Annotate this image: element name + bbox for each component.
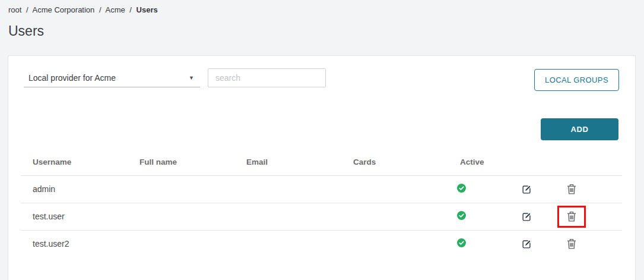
cell-email: [234, 230, 341, 257]
cell-delete-action: [552, 175, 591, 203]
trash-icon: [567, 215, 576, 224]
cell-spacer: [591, 175, 622, 203]
edit-icon: [521, 215, 532, 224]
caret-down-icon: ▼: [189, 75, 194, 81]
cell-edit-action: [502, 175, 552, 203]
column-header-full-name: Full name: [128, 149, 234, 175]
breadcrumb-current-users: Users: [137, 5, 158, 14]
active-check-icon: [457, 238, 466, 247]
table-row: admin: [21, 175, 622, 203]
edit-user-button[interactable]: [520, 210, 534, 224]
trash-icon: [567, 187, 576, 196]
active-check-icon: [457, 211, 466, 220]
column-header-email: Email: [234, 149, 341, 175]
page-title: Users: [8, 23, 44, 39]
search-input[interactable]: [208, 68, 326, 87]
column-header-spacer: [591, 149, 622, 175]
table-header-row: Username Full name Email Cards Active: [21, 149, 622, 175]
add-button[interactable]: ADD: [541, 118, 618, 140]
cell-full-name: [128, 175, 234, 203]
cell-active: [448, 175, 502, 203]
cell-full-name: [128, 203, 234, 230]
cell-delete-action: [552, 203, 591, 230]
cell-cards: [341, 203, 448, 230]
edit-user-button[interactable]: [520, 237, 534, 251]
column-header-active: Active: [448, 149, 502, 175]
column-header-username: Username: [21, 149, 128, 175]
edit-user-button[interactable]: [520, 183, 534, 196]
delete-user-button[interactable]: [566, 210, 578, 223]
breadcrumb-separator: /: [99, 5, 101, 14]
column-header-cards: Cards: [341, 149, 448, 175]
breadcrumb: root / Acme Corporation / Acme / Users: [8, 5, 158, 14]
cell-cards: [341, 230, 448, 257]
cell-spacer: [591, 230, 622, 257]
cell-delete-action: [552, 230, 591, 257]
active-check-icon: [457, 184, 466, 193]
breadcrumb-acme-corporation[interactable]: Acme Corporation: [33, 5, 95, 14]
local-groups-button[interactable]: LOCAL GROUPS: [534, 69, 619, 91]
edit-icon: [521, 243, 532, 251]
breadcrumb-acme[interactable]: Acme: [106, 5, 125, 14]
provider-select[interactable]: Local provider for Acme ▼: [24, 69, 200, 87]
breadcrumb-separator: /: [26, 5, 28, 14]
table-row: test.user2: [21, 230, 622, 257]
trash-icon: [567, 242, 576, 251]
cell-cards: [341, 175, 448, 203]
users-table: Username Full name Email Cards Active ad…: [21, 149, 622, 257]
column-header-edit-actions: [502, 149, 552, 175]
column-header-delete-actions: [552, 149, 591, 175]
cell-active: [448, 203, 502, 230]
breadcrumb-root[interactable]: root: [8, 5, 21, 14]
cell-full-name: [128, 230, 234, 257]
cell-spacer: [591, 203, 622, 230]
cell-username: test.user: [21, 203, 128, 230]
cell-username: test.user2: [21, 230, 128, 257]
highlight-annotation-box: [557, 206, 586, 228]
provider-select-value: Local provider for Acme: [28, 73, 116, 83]
cell-active: [448, 230, 502, 257]
cell-edit-action: [502, 230, 552, 257]
cell-username: admin: [21, 175, 128, 203]
cell-email: [234, 175, 341, 203]
cell-email: [234, 203, 341, 230]
cell-edit-action: [502, 203, 552, 230]
delete-user-button[interactable]: [566, 237, 578, 250]
users-panel: Local provider for Acme ▼ LOCAL GROUPS A…: [8, 55, 636, 280]
edit-icon: [521, 188, 532, 197]
breadcrumb-separator: /: [129, 5, 132, 14]
table-row: test.user: [21, 203, 622, 230]
delete-user-button[interactable]: [566, 183, 578, 196]
